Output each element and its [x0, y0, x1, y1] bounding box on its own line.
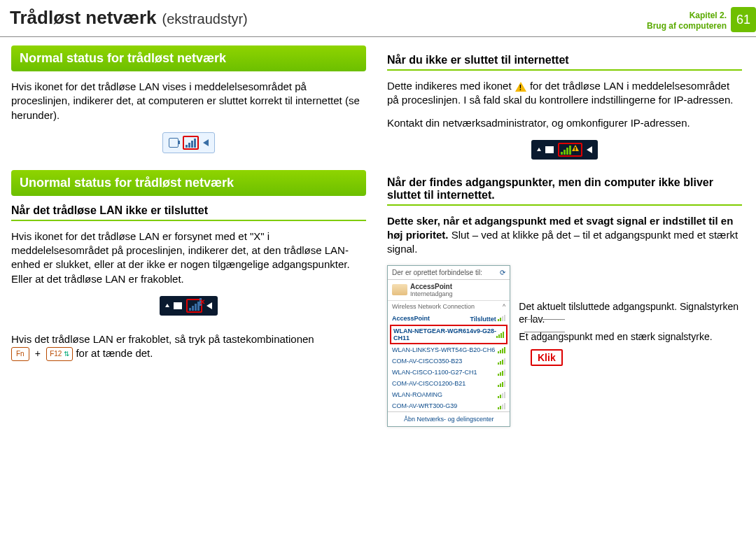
popup-current-ap: AccessPoint Internetadgang [388, 280, 510, 300]
popup-header: Der er oprettet forbindelse til: ⟳ [388, 266, 510, 280]
f12-key: F12 ⇅ [46, 347, 73, 361]
tray-normal-example [11, 132, 366, 153]
tray-warn-example [387, 140, 742, 160]
annotation-strong-signal: Et adgangspunkt med en stærk signalstyrk… [519, 330, 742, 344]
chapter-line2: Brug af computeren [647, 21, 727, 31]
popup-list: AccessPoint Tilsluttet WLAN-NETGEAR-WGR6… [388, 312, 510, 411]
popup-header-text: Der er oprettet forbindelse til: [392, 269, 482, 276]
popup-ap-name: AccessPoint [410, 283, 453, 290]
ap-icon [392, 284, 407, 295]
annotation-low-signal: Det aktuelt tilsluttede adgangspunkt. Si… [519, 300, 742, 327]
systray-dark-warn [531, 140, 598, 160]
popup-item-2[interactable]: WLAN-LINKSYS-WRT54G-B20-CH6 [388, 344, 510, 355]
page-header: Trådløst netværk (ekstraudstyr) Kapitel … [0, 0, 756, 32]
sub2-body-a: Dette indikeres med ikonet [387, 80, 514, 92]
highlight-box [558, 143, 582, 157]
chevron-up-icon[interactable]: ^ [503, 303, 505, 310]
title-area: Trådløst netværk (ekstraudstyr) [10, 7, 248, 29]
popup-and-annotations: Der er oprettet forbindelse til: ⟳ Acces… [387, 265, 742, 427]
refresh-icon[interactable]: ⟳ [500, 269, 505, 276]
callout-line-2 [524, 332, 565, 332]
speaker-icon [203, 139, 209, 146]
sub2-body2: Kontakt din netværksadministrator, og om… [387, 116, 742, 130]
popup-item-1[interactable]: WLAN-NETGEAR-WGR614v9-G28-CH11 [390, 325, 507, 344]
signal-bars-icon [498, 358, 505, 365]
klik-callout: Klik [531, 349, 563, 366]
arrow-up-icon [537, 148, 541, 151]
sub3-body: Dette sker, når et adgangspunkt med et s… [387, 214, 742, 257]
section1-body: Hvis ikonet for det trådløse LAN vises i… [11, 80, 366, 122]
left-column: Normal status for trådløst netværk Hvis … [11, 45, 366, 427]
systray-light [162, 132, 215, 153]
fn-key: Fn [11, 347, 29, 361]
systray-dark-x: ✕ [160, 296, 218, 316]
section-normal-status: Normal status for trådløst netværk [11, 45, 366, 71]
warning-icon [514, 81, 527, 92]
chapter-line1: Kapitel 2. [647, 10, 727, 21]
sub-heading-no-internet: Når du ikke er sluttet til internettet [387, 54, 742, 71]
chapter-label: Kapitel 2. Brug af computeren [647, 8, 727, 31]
plus-icon: + [35, 347, 41, 360]
signal-bars-icon [498, 402, 505, 409]
connected-label: Tilsluttet [470, 316, 496, 323]
flag-icon [545, 146, 554, 153]
popup-item-3[interactable]: COM-AV-CISCO350-B23 [388, 355, 510, 367]
wifi-signal-icon [561, 145, 571, 155]
sub-heading-not-connected: Når det trådløse LAN ikke er tilsluttet [11, 204, 366, 221]
sub2-body: Dette indikeres med ikonet for det trådl… [387, 79, 742, 108]
flag-icon [174, 302, 182, 309]
right-column: Når du ikke er sluttet til internettet D… [387, 45, 742, 427]
speaker-icon [587, 146, 592, 153]
wifi-signal-icon: ✕ [189, 301, 200, 311]
popup-item-7[interactable]: COM-AV-WRT300-G39 [388, 400, 510, 411]
popup-footer-link[interactable]: Åbn Netværks- og delingscenter [388, 411, 510, 426]
popup-item-4[interactable]: WLAN-CISCO-1100-G27-CH1 [388, 367, 510, 378]
signal-bars-icon [496, 331, 504, 338]
header-right: Kapitel 2. Brug af computeren 61 [647, 7, 756, 32]
sub1-body: Hvis ikonet for det trådløse LAN er fors… [11, 230, 366, 286]
callout-line-1 [524, 319, 565, 320]
popup-item-5[interactable]: COM-AV-CISCO1200-B21 [388, 378, 510, 389]
highlight-box [183, 136, 199, 150]
page-subtitle: (ekstraudstyr) [162, 11, 248, 27]
signal-bars-icon [498, 346, 505, 353]
popup-item-0[interactable]: AccessPoint Tilsluttet [388, 312, 510, 325]
page-body: Normal status for trådløst netværk Hvis … [0, 45, 756, 427]
popup-section-label: Wireless Network Connection ^ [388, 300, 510, 312]
keycombo-prefix: Hvis det trådløse LAN er frakoblet, så t… [11, 333, 314, 345]
popup-ap-sub: Internetadgang [410, 290, 453, 297]
signal-bars-icon [498, 380, 505, 387]
keycombo-text: Hvis det trådløse LAN er frakoblet, så t… [11, 332, 366, 361]
speaker-icon [206, 302, 212, 309]
popup-item-6[interactable]: WLAN-ROAMING [388, 389, 510, 400]
signal-bars-icon [498, 369, 505, 376]
arrow-up-icon [165, 304, 169, 307]
section-unormal-status: Unormal status for trådløst netværk [11, 170, 366, 196]
wifi-popup: Der er oprettet forbindelse til: ⟳ Acces… [387, 265, 510, 427]
highlight-box: ✕ [186, 299, 202, 313]
wifi-signal-icon [186, 138, 196, 148]
keycombo-suffix: for at tænde det. [76, 347, 153, 359]
page-number-badge: 61 [731, 7, 756, 32]
tray-x-example: ✕ [11, 296, 366, 316]
battery-icon [169, 138, 178, 148]
signal-bars-icon [498, 391, 505, 398]
page-title: Trådløst netværk [10, 7, 157, 29]
warning-icon [571, 145, 580, 152]
header-divider [0, 36, 756, 37]
sub-heading-ap-found: Når der findes adgangspunkter, men din c… [387, 176, 742, 206]
signal-bars-icon [498, 314, 505, 321]
